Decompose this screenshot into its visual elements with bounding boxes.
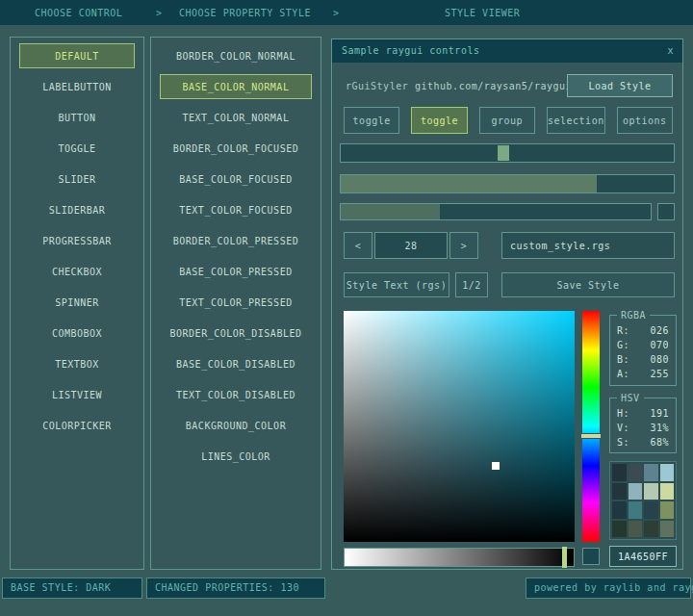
status-credits: powered by raylib and raygui [526, 578, 691, 599]
color-swatch[interactable] [612, 464, 627, 481]
property-item-text_color_disabled[interactable]: TEXT_COLOR_DISABLED [160, 382, 312, 407]
property-item-text_color_normal[interactable]: TEXT_COLOR_NORMAL [160, 105, 312, 130]
value-row: H:191 [610, 406, 676, 421]
color-swatch[interactable] [629, 464, 643, 481]
sample-progressbar [340, 174, 675, 193]
progress-fill [341, 175, 597, 192]
control-item-labelbutton[interactable]: LABELBUTTON [19, 74, 135, 99]
rgba-panel-title: RGBA [617, 310, 650, 321]
control-item-toggle[interactable]: TOGGLE [19, 136, 135, 161]
value-row: B:080 [610, 352, 676, 367]
control-item-default[interactable]: DEFAULT [19, 43, 135, 68]
hsv-panel: HSV H:191V:31%S:68% [609, 398, 677, 453]
control-item-progressbar[interactable]: PROGRESSBAR [19, 228, 135, 253]
controls-list: DEFAULTLABELBUTTONBUTTONTOGGLESLIDERSLID… [10, 37, 144, 570]
toggle-button-group[interactable]: group [479, 107, 535, 134]
control-item-slider[interactable]: SLIDER [19, 167, 135, 192]
control-item-listview[interactable]: LISTVIEW [19, 382, 135, 407]
property-item-border_color_normal[interactable]: BORDER_COLOR_NORMAL [160, 43, 312, 68]
hsv-panel-title: HSV [617, 393, 644, 403]
spinner-increment-button[interactable]: > [449, 232, 478, 259]
hsv-panel-rows: H:191V:31%S:68% [610, 406, 676, 449]
rgba-panel: RGBA R:026G:070B:080A:255 [609, 315, 677, 386]
value-gradient-bar[interactable] [344, 548, 575, 567]
chevron-right-icon: > [333, 8, 340, 18]
color-swatch[interactable] [629, 501, 643, 519]
save-style-button[interactable]: Save Style [501, 272, 675, 297]
current-color-preview [582, 548, 600, 565]
topbar-choose-property-style[interactable]: CHOOSE PROPERTY STYLE [179, 8, 311, 18]
color-swatch[interactable] [660, 464, 675, 481]
color-swatch[interactable] [644, 464, 658, 481]
property-item-text_color_focused[interactable]: TEXT_COLOR_FOCUSED [160, 197, 312, 222]
color-swatch[interactable] [644, 501, 658, 519]
styler-label: rGuiStyler [346, 81, 408, 91]
topbar: CHOOSE CONTROL > CHOOSE PROPERTY STYLE >… [0, 0, 693, 25]
chevron-right-icon: > [156, 8, 163, 18]
toggle-button-options[interactable]: options [617, 107, 673, 134]
close-icon[interactable]: x [667, 39, 674, 63]
color-swatch[interactable] [644, 521, 658, 538]
control-item-combobox[interactable]: COMBOBOX [19, 321, 135, 346]
topbar-style-viewer: STYLE VIEWER [445, 8, 520, 18]
color-picker-sv-square[interactable] [344, 311, 575, 542]
value-row: A:255 [610, 367, 676, 381]
color-swatch[interactable] [660, 501, 675, 519]
color-swatch[interactable] [644, 483, 658, 500]
control-item-textbox[interactable]: TEXTBOX [19, 351, 135, 376]
value-row: V:31% [610, 421, 676, 435]
slider-handle[interactable] [498, 145, 509, 161]
value-bar-handle[interactable] [562, 547, 567, 568]
property-item-base_color_disabled[interactable]: BASE_COLOR_DISABLED [160, 351, 312, 376]
value-row: G:070 [610, 338, 676, 352]
value-row: R:026 [610, 323, 676, 338]
color-swatch[interactable] [612, 483, 627, 500]
color-swatch-grid [609, 461, 677, 540]
spinner-value[interactable]: 28 [374, 232, 448, 259]
control-item-checkbox[interactable]: CHECKBOX [19, 259, 135, 284]
property-item-base_color_normal[interactable]: BASE_COLOR_NORMAL [160, 74, 312, 99]
page-indicator[interactable]: 1/2 [455, 272, 488, 297]
repo-link[interactable]: github.com/raysan5/raygui [415, 81, 572, 91]
color-swatch[interactable] [612, 521, 627, 538]
toggle-button-toggle[interactable]: toggle [411, 107, 467, 134]
hue-bar[interactable] [582, 311, 600, 542]
color-swatch[interactable] [660, 521, 675, 538]
filename-input[interactable]: custom_style.rgs [501, 232, 675, 259]
status-changed-properties: CHANGED PROPERTIES: 130 [146, 578, 325, 599]
color-swatch[interactable] [660, 483, 675, 500]
property-item-border_color_disabled[interactable]: BORDER_COLOR_DISABLED [160, 321, 312, 346]
property-item-lines_color[interactable]: LINES_COLOR [160, 444, 312, 469]
sample-sliderbar[interactable] [340, 203, 652, 220]
sliderbar-fill[interactable] [341, 204, 440, 219]
control-item-spinner[interactable]: SPINNER [19, 290, 135, 315]
spinner-decrement-button[interactable]: < [344, 232, 372, 259]
window-titlebar[interactable]: Sample raygui controls x [332, 39, 682, 63]
property-item-border_color_pressed[interactable]: BORDER_COLOR_PRESSED [160, 228, 312, 253]
hue-handle[interactable] [580, 433, 602, 439]
properties-list: BORDER_COLOR_NORMALBASE_COLOR_NORMALTEXT… [150, 37, 321, 570]
control-item-sliderbar[interactable]: SLIDERBAR [19, 197, 135, 222]
color-swatch[interactable] [629, 521, 643, 538]
control-item-button[interactable]: BUTTON [19, 105, 135, 130]
toggle-button-toggle[interactable]: toggle [344, 107, 399, 134]
property-item-border_color_focused[interactable]: BORDER_COLOR_FOCUSED [160, 136, 312, 161]
color-swatch[interactable] [629, 483, 643, 500]
color-picker-cursor[interactable] [492, 462, 500, 470]
hex-color-input[interactable]: 1A4650FF [609, 546, 677, 567]
property-item-text_color_pressed[interactable]: TEXT_COLOR_PRESSED [160, 290, 312, 315]
color-swatch[interactable] [612, 501, 627, 519]
value-row: S:68% [610, 435, 676, 449]
topbar-choose-control[interactable]: CHOOSE CONTROL [35, 8, 122, 18]
property-item-background_color[interactable]: BACKGROUND_COLOR [160, 413, 312, 438]
toggle-button-selection[interactable]: selection [547, 107, 605, 134]
property-item-base_color_focused[interactable]: BASE_COLOR_FOCUSED [160, 167, 312, 192]
toggle-group: toggletogglegroupselectionoptions [344, 107, 673, 134]
style-text-button[interactable]: Style Text (rgs) [344, 272, 449, 297]
sample-slider[interactable] [340, 143, 675, 163]
control-item-colorpicker[interactable]: COLORPICKER [19, 413, 135, 438]
property-item-base_color_pressed[interactable]: BASE_COLOR_PRESSED [160, 259, 312, 284]
load-style-button[interactable]: Load Style [567, 74, 673, 97]
window-title: Sample raygui controls [342, 45, 479, 56]
sample-checkbox[interactable] [657, 203, 675, 220]
